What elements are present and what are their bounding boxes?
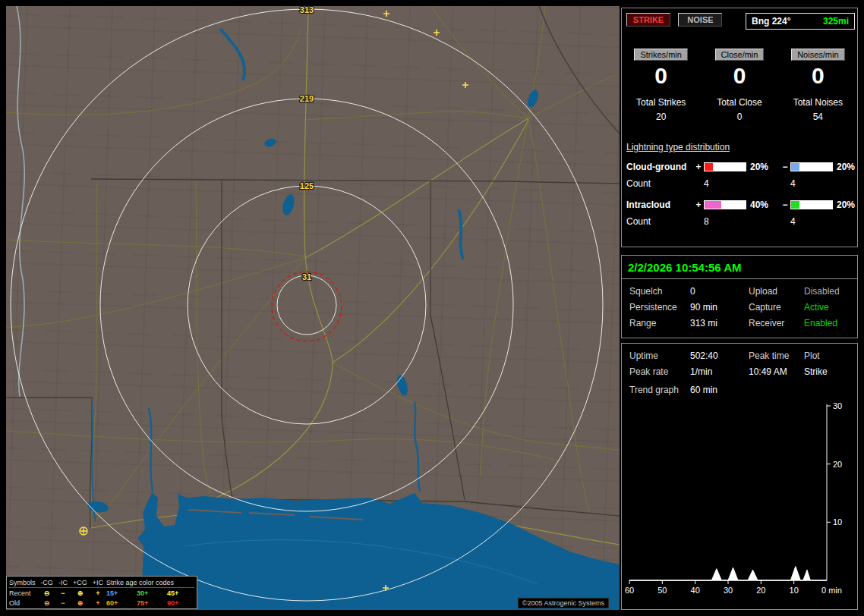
noises-per-min-button[interactable]: Noises/min xyxy=(791,49,844,61)
legend-col-pos-ic: +IC xyxy=(90,579,106,586)
total-noises-value: 54 xyxy=(779,112,857,122)
total-noises-label: Total Noises xyxy=(779,97,857,108)
age-code-60: 60+ xyxy=(106,599,137,607)
positive-sign: + xyxy=(693,200,704,210)
minus-icon: − xyxy=(55,589,71,597)
persistence-label: Persistence xyxy=(629,302,690,313)
legend-col-neg-ic: -IC xyxy=(55,579,71,586)
bearing-value: Bng 224° xyxy=(752,16,790,27)
trend-info-grid: Uptime 502:40 Peak time Plot Peak rate 1… xyxy=(622,350,857,377)
strikes-counter: Strikes/min 0 Total Strikes 20 xyxy=(622,47,700,122)
svg-text:0 min: 0 min xyxy=(821,586,842,595)
ring-label-31: 31 xyxy=(302,272,311,281)
upload-label: Upload xyxy=(749,286,804,297)
age-code-45: 45+ xyxy=(167,589,197,597)
trend-graph-label: Trend graph xyxy=(629,385,690,395)
ring-label-313: 313 xyxy=(300,6,314,14)
persistence-value: 90 min xyxy=(690,302,749,313)
squelch-value: 0 xyxy=(690,286,749,297)
uptime-value: 502:40 xyxy=(690,350,749,361)
status-grid: Squelch 0 Upload Disabled Persistence 90… xyxy=(622,286,857,328)
bearing-range-value: 325mi xyxy=(823,16,849,27)
cg-negative-pct: 20% xyxy=(833,162,857,172)
legend-col-neg-cg: -CG xyxy=(38,579,55,586)
svg-text:10: 10 xyxy=(790,586,799,595)
legend-old-row: Old ⊖ − ⊕ + 60+ 75+ 90+ xyxy=(9,598,194,608)
strike-button[interactable]: STRIKE xyxy=(626,13,670,27)
ic-positive-bar xyxy=(704,200,746,209)
noises-per-min-value: 0 xyxy=(779,63,857,89)
distribution-title: Lightning type distribution xyxy=(626,142,857,152)
svg-text:40: 40 xyxy=(691,586,700,595)
cg-positive-pct: 20% xyxy=(746,162,780,172)
peak-time-label: Peak time xyxy=(749,350,804,361)
peak-rate-value: 1/min xyxy=(690,366,749,377)
mode-button-row: STRIKE NOISE Bng 224° 325mi xyxy=(622,12,857,35)
uptime-label: Uptime xyxy=(629,350,690,361)
ic-negative-pct: 20% xyxy=(833,200,857,210)
close-per-min-value: 0 xyxy=(700,63,778,89)
range-value: 313 mi xyxy=(690,318,749,328)
plus-icon: + xyxy=(90,589,106,597)
cloud-ground-row: Cloud-ground + 20% − 20% xyxy=(622,159,857,175)
total-close-label: Total Close xyxy=(700,97,778,108)
age-code-30: 30+ xyxy=(137,589,167,597)
svg-text:20: 20 xyxy=(833,460,842,469)
total-close-value: 0 xyxy=(700,112,778,122)
intracloud-label: Intracloud xyxy=(626,200,693,210)
negative-sign: − xyxy=(780,162,790,172)
peak-rate-label: Peak rate xyxy=(629,366,690,377)
legend-age-title: Strike age color codes xyxy=(106,579,197,586)
negative-sign: − xyxy=(780,200,790,210)
circle-plus-icon: ⊕ xyxy=(71,589,90,597)
minus-icon: − xyxy=(55,599,71,607)
receiver-label: Receiver xyxy=(749,318,804,328)
ring-label-125: 125 xyxy=(300,181,314,190)
copyright-credit: ©2005 Astrogenic Systems xyxy=(518,598,609,608)
total-strikes-label: Total Strikes xyxy=(622,97,700,108)
cg-negative-bar xyxy=(790,162,833,171)
svg-text:30: 30 xyxy=(724,586,733,595)
positive-sign: + xyxy=(693,162,704,172)
close-per-min-button[interactable]: Close/min xyxy=(715,49,765,61)
ic-negative-bar xyxy=(790,200,833,209)
map[interactable]: 313 219 125 31 Symbols -CG -IC +CG +IC S… xyxy=(6,6,620,610)
noise-button[interactable]: NOISE xyxy=(678,13,722,27)
legend-old-label: Old xyxy=(9,599,38,607)
legend-col-pos-cg: +CG xyxy=(71,579,90,586)
strikes-per-min-button[interactable]: Strikes/min xyxy=(634,49,687,61)
circle-minus-icon: ⊖ xyxy=(38,589,55,597)
ring-label-219: 219 xyxy=(300,94,314,103)
status-panel: 2/2/2026 10:54:56 AM Squelch 0 Upload Di… xyxy=(621,255,858,338)
trend-panel: Uptime 502:40 Peak time Plot Peak rate 1… xyxy=(621,343,858,610)
capture-value: Active xyxy=(804,302,857,313)
map-canvas: 313 219 125 31 xyxy=(6,6,620,610)
strikes-per-min-value: 0 xyxy=(622,63,700,89)
cg-positive-count: 4 xyxy=(704,178,746,189)
svg-text:60: 60 xyxy=(625,586,634,595)
age-code-15: 15+ xyxy=(106,589,137,597)
count-label: Count xyxy=(626,178,693,189)
circle-plus-icon: ⊕ xyxy=(71,599,90,607)
datetime-display: 2/2/2026 10:54:56 AM xyxy=(622,256,857,279)
plot-label: Plot xyxy=(804,350,857,361)
legend-recent-label: Recent xyxy=(9,589,38,597)
ic-negative-count: 4 xyxy=(790,216,833,227)
peak-time-value: 10:49 AM xyxy=(749,366,804,377)
symbol-legend: Symbols -CG -IC +CG +IC Strike age color… xyxy=(6,576,197,609)
circle-minus-icon: ⊖ xyxy=(38,599,55,607)
intracloud-row: Intracloud + 40% − 20% xyxy=(622,196,857,213)
svg-text:30: 30 xyxy=(833,401,842,410)
range-label: Range xyxy=(629,318,690,328)
bearing-readout: Bng 224° 325mi xyxy=(746,13,855,30)
squelch-label: Squelch xyxy=(629,286,690,297)
plus-icon: + xyxy=(90,599,106,607)
rate-counters: Strikes/min 0 Total Strikes 20 Close/min… xyxy=(622,47,857,122)
cg-positive-bar xyxy=(704,162,746,171)
capture-label: Capture xyxy=(749,302,804,313)
cg-negative-count: 4 xyxy=(790,178,833,189)
legend-recent-row: Recent ⊖ − ⊕ + 15+ 30+ 45+ xyxy=(9,588,194,598)
cloud-ground-label: Cloud-ground xyxy=(626,162,693,172)
ic-positive-count: 8 xyxy=(704,216,746,227)
age-code-75: 75+ xyxy=(137,599,167,607)
